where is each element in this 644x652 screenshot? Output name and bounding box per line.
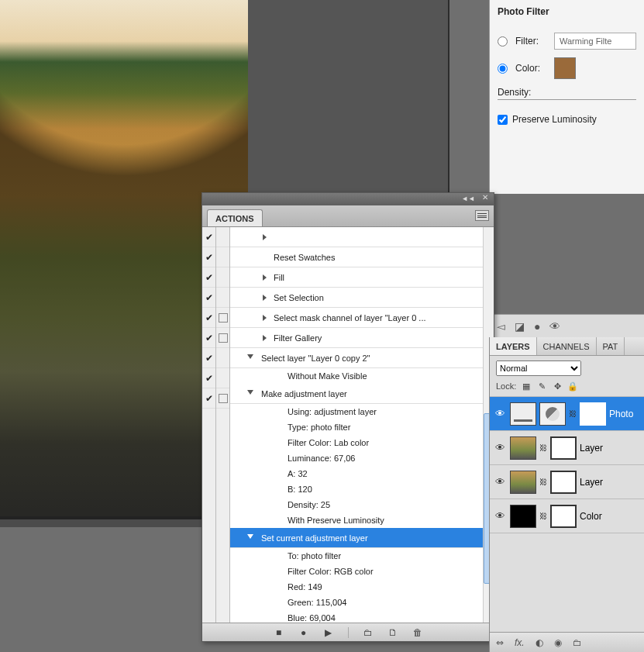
filter-dropdown[interactable]: Warming Filte — [554, 33, 636, 50]
layer-thumbnail[interactable] — [510, 436, 536, 460]
action-step[interactable]: Set current adjustment layer — [230, 528, 494, 548]
action-step[interactable]: Set Selection — [230, 288, 494, 308]
new-action-icon[interactable]: 🗋 — [387, 627, 398, 638]
close-icon[interactable]: ✕ — [481, 194, 489, 202]
tab-actions[interactable]: ACTIONS — [207, 209, 263, 226]
collapse-icon[interactable]: ◄◄ — [461, 195, 475, 202]
adjustment-layer-icon[interactable]: ◉ — [554, 637, 562, 648]
action-step[interactable]: Select mask channel of layer "Layer 0 ..… — [230, 308, 494, 328]
layer-name-label[interactable]: Photo — [609, 409, 641, 419]
chevron-right-icon[interactable] — [263, 315, 267, 321]
action-step[interactable]: Select layer "Layer 0 copy 2" — [230, 348, 494, 368]
action-tree[interactable]: Reset SwatchesFillSet SelectionSelect ma… — [230, 227, 494, 623]
link-layers-icon[interactable]: ⇔ — [496, 637, 504, 648]
lock-position-icon[interactable]: ✥ — [552, 381, 563, 392]
back-icon[interactable]: ◅ — [497, 320, 505, 333]
toggle-cell[interactable]: ✔ — [202, 227, 215, 247]
mask-icon[interactable]: ◐ — [536, 637, 543, 648]
filter-radio[interactable] — [498, 36, 508, 47]
layer-mask-thumbnail[interactable] — [580, 402, 606, 426]
fx-icon[interactable]: fx. — [515, 637, 525, 648]
group-icon[interactable]: 🗀 — [573, 637, 582, 648]
layer-mask-thumbnail[interactable] — [550, 436, 577, 460]
layer-mask-thumbnail[interactable] — [550, 471, 577, 494]
tab-channels[interactable]: CHANNELS — [537, 337, 597, 355]
layer-row[interactable]: 👁⛓Photo — [490, 397, 644, 431]
dialog-cell[interactable] — [216, 368, 229, 388]
color-swatch[interactable] — [554, 57, 576, 79]
dialog-cell[interactable] — [216, 348, 229, 368]
preserve-luminosity-checkbox[interactable] — [498, 115, 508, 125]
color-label: Color: — [515, 63, 546, 74]
tab-paths[interactable]: PAT — [597, 337, 625, 355]
dialog-cell[interactable] — [216, 288, 229, 308]
toggle-cell[interactable]: ✔ — [202, 348, 215, 368]
toggle-cell[interactable]: ✔ — [202, 388, 215, 409]
dialog-cell[interactable] — [216, 247, 229, 267]
toggle-cell[interactable]: ✔ — [202, 288, 215, 308]
action-step[interactable]: Fill — [230, 267, 494, 288]
action-detail: Density: 25 — [230, 497, 494, 512]
layers-panel: LAYERS CHANNELS PAT Normal Lock: ▦ ✎ ✥ 🔒… — [489, 337, 644, 652]
action-detail: Using: adjustment layer — [230, 404, 494, 419]
new-set-icon[interactable]: 🗀 — [363, 627, 374, 638]
layer-name-label[interactable]: Color — [580, 511, 641, 522]
blend-mode-select[interactable]: Normal — [496, 360, 581, 376]
visibility-eye-icon[interactable]: 👁 — [493, 476, 507, 488]
lock-transparency-icon[interactable]: ▦ — [521, 381, 532, 392]
toggle-cell[interactable]: ✔ — [202, 328, 215, 348]
action-step[interactable]: Reset Swatches — [230, 247, 494, 267]
toggle-cell[interactable]: ✔ — [202, 267, 215, 288]
toggle-cell[interactable]: ✔ — [202, 368, 215, 388]
adjustments-icon-row: ◅ ◪ ● 👁 — [489, 314, 644, 337]
layer-thumbnail[interactable] — [539, 402, 566, 426]
filter-label: Filter: — [515, 36, 546, 47]
color-radio[interactable] — [498, 64, 508, 74]
chevron-right-icon[interactable] — [263, 274, 267, 281]
visibility-eye-icon[interactable]: 👁 — [493, 442, 507, 454]
chevron-down-icon[interactable] — [247, 390, 253, 398]
check-icon: ✔ — [205, 312, 213, 323]
chevron-right-icon[interactable] — [263, 335, 267, 341]
layer-row[interactable]: 👁⛓Layer — [490, 465, 644, 499]
layer-thumbnail[interactable] — [510, 505, 536, 528]
tab-layers[interactable]: LAYERS — [490, 337, 537, 355]
chevron-down-icon[interactable] — [247, 534, 253, 542]
layer-thumbnail[interactable] — [510, 471, 536, 494]
dialog-cell[interactable] — [216, 328, 229, 348]
lock-all-icon[interactable]: 🔒 — [567, 381, 578, 392]
stop-icon[interactable]: ■ — [274, 627, 284, 638]
dialog-cell[interactable] — [216, 388, 229, 409]
eye-icon[interactable]: 👁 — [549, 320, 560, 333]
check-icon: ✔ — [205, 252, 213, 263]
action-step[interactable]: Filter Gallery — [230, 328, 494, 348]
layer-name-label[interactable]: Layer — [580, 477, 641, 488]
layer-name-label[interactable]: Layer — [580, 443, 641, 454]
actions-titlebar[interactable]: ◄◄ ✕ — [202, 193, 494, 205]
layer-row[interactable]: 👁⛓Color — [490, 499, 644, 533]
chevron-right-icon[interactable] — [263, 234, 267, 240]
circle-icon[interactable]: ● — [534, 320, 540, 333]
dialog-cell[interactable] — [216, 308, 229, 328]
play-icon[interactable]: ▶ — [323, 627, 334, 638]
toggle-cell[interactable]: ✔ — [202, 308, 215, 328]
chevron-right-icon[interactable] — [263, 295, 267, 301]
trash-icon[interactable]: 🗑 — [412, 627, 423, 638]
photo-filter-panel: Photo Filter Filter: Warming Filte Color… — [489, 0, 644, 194]
panel-menu-icon[interactable] — [475, 210, 489, 221]
action-step-label: Fill — [274, 273, 284, 282]
adjustment-sliders-icon — [510, 402, 536, 426]
dialog-cell[interactable] — [216, 267, 229, 288]
layer-mask-thumbnail[interactable] — [550, 505, 577, 528]
visibility-eye-icon[interactable]: 👁 — [493, 408, 507, 419]
action-step[interactable]: Make adjustment layer — [230, 384, 494, 404]
toggle-cell[interactable]: ✔ — [202, 247, 215, 267]
dialog-cell[interactable] — [216, 227, 229, 247]
visibility-eye-icon[interactable]: 👁 — [493, 510, 507, 522]
record-icon[interactable]: ● — [298, 627, 309, 638]
action-step[interactable] — [230, 227, 494, 247]
lock-paint-icon[interactable]: ✎ — [536, 381, 547, 392]
layer-row[interactable]: 👁⛓Layer — [490, 431, 644, 465]
chevron-down-icon[interactable] — [247, 354, 253, 362]
adjustment-icon[interactable]: ◪ — [515, 320, 525, 333]
